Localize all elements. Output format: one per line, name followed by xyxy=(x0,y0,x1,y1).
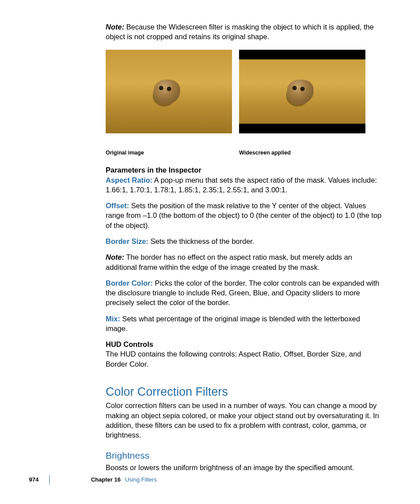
param-text: Sets the position of the mask relative t… xyxy=(106,202,381,229)
figure-subject xyxy=(287,80,313,104)
param-label: Mix: xyxy=(106,315,120,323)
note-body: Because the Widescreen filter is masking… xyxy=(106,23,374,40)
figure-image-original xyxy=(106,50,232,133)
subsection-text: Boosts or lowers the uniform brightness … xyxy=(106,463,383,472)
figure-subject xyxy=(154,80,180,104)
figure-widescreen: Widescreen applied xyxy=(239,50,365,157)
param-border-color: Border Color: Picks the color of the bor… xyxy=(106,278,383,308)
chapter-title: Using Filters xyxy=(125,476,157,484)
hud-text: The HUD contains the following controls:… xyxy=(106,349,383,369)
note-label: Note: xyxy=(106,253,124,261)
parameters-heading: Parameters in the Inspector xyxy=(106,165,383,175)
page-number: 974 xyxy=(29,476,39,484)
note-paragraph: Note: Because the Widescreen filter is m… xyxy=(106,22,383,42)
param-aspect-ratio: Aspect Ratio: A pop-up menu that sets th… xyxy=(106,175,383,195)
param-text: Sets the thickness of the border. xyxy=(151,237,254,245)
param-mix: Mix: Sets what percentage of the origina… xyxy=(106,314,383,334)
hud-heading: HUD Controls xyxy=(106,339,383,349)
footer-divider xyxy=(49,475,50,485)
param-border-size: Border Size: Sets the thickness of the b… xyxy=(106,236,383,246)
param-text: Sets what percentage of the original ima… xyxy=(106,315,360,332)
page-footer: 974 Chapter 16 Using Filters xyxy=(29,475,381,485)
figure-caption: Original image xyxy=(106,149,232,157)
figure-row: Original image Widescreen applied xyxy=(106,50,383,157)
section-intro: Color correction filters can be used in … xyxy=(106,401,383,440)
note-label: Note: xyxy=(106,23,124,31)
param-label: Aspect Ratio: xyxy=(106,176,152,184)
figure-image-widescreen xyxy=(239,50,365,133)
chapter-label: Chapter 16 xyxy=(91,476,121,484)
figure-original: Original image xyxy=(106,50,232,157)
param-label: Offset: xyxy=(106,202,129,210)
param-label: Border Size: xyxy=(106,237,148,245)
note-body: The border has no effect on the aspect r… xyxy=(106,253,352,271)
border-note: Note: The border has no effect on the as… xyxy=(106,252,383,272)
param-offset: Offset: Sets the position of the mask re… xyxy=(106,201,383,230)
figure-caption: Widescreen applied xyxy=(239,149,365,157)
subsection-title-brightness: Brightness xyxy=(106,449,383,462)
page-content: Note: Because the Widescreen filter is m… xyxy=(106,22,383,478)
param-label: Border Color: xyxy=(106,279,153,287)
section-title-color-correction: Color Correction Filters xyxy=(106,384,383,400)
